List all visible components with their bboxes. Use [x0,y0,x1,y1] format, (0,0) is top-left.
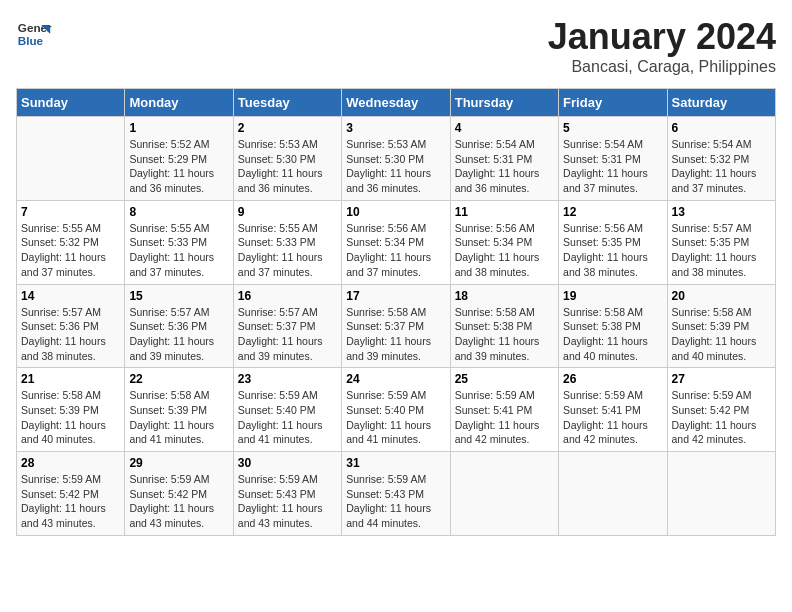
day-number: 1 [129,121,228,135]
calendar-week-2: 7Sunrise: 5:55 AMSunset: 5:32 PMDaylight… [17,200,776,284]
calendar-cell [450,452,558,536]
day-info: Sunrise: 5:54 AMSunset: 5:32 PMDaylight:… [672,137,771,196]
day-number: 23 [238,372,337,386]
calendar-cell: 11Sunrise: 5:56 AMSunset: 5:34 PMDayligh… [450,200,558,284]
day-number: 2 [238,121,337,135]
day-number: 15 [129,289,228,303]
day-info: Sunrise: 5:55 AMSunset: 5:33 PMDaylight:… [238,221,337,280]
day-number: 6 [672,121,771,135]
calendar-cell: 2Sunrise: 5:53 AMSunset: 5:30 PMDaylight… [233,117,341,201]
calendar-cell: 18Sunrise: 5:58 AMSunset: 5:38 PMDayligh… [450,284,558,368]
header-cell-tuesday: Tuesday [233,89,341,117]
day-number: 25 [455,372,554,386]
day-number: 17 [346,289,445,303]
header-cell-wednesday: Wednesday [342,89,450,117]
day-info: Sunrise: 5:59 AMSunset: 5:41 PMDaylight:… [455,388,554,447]
day-number: 22 [129,372,228,386]
header-cell-sunday: Sunday [17,89,125,117]
calendar-cell: 29Sunrise: 5:59 AMSunset: 5:42 PMDayligh… [125,452,233,536]
calendar-cell: 16Sunrise: 5:57 AMSunset: 5:37 PMDayligh… [233,284,341,368]
day-info: Sunrise: 5:54 AMSunset: 5:31 PMDaylight:… [563,137,662,196]
calendar-cell [559,452,667,536]
day-info: Sunrise: 5:58 AMSunset: 5:38 PMDaylight:… [563,305,662,364]
day-number: 11 [455,205,554,219]
day-info: Sunrise: 5:57 AMSunset: 5:37 PMDaylight:… [238,305,337,364]
calendar-cell: 14Sunrise: 5:57 AMSunset: 5:36 PMDayligh… [17,284,125,368]
header-cell-thursday: Thursday [450,89,558,117]
svg-text:Blue: Blue [18,34,44,47]
calendar-cell: 17Sunrise: 5:58 AMSunset: 5:37 PMDayligh… [342,284,450,368]
day-info: Sunrise: 5:59 AMSunset: 5:42 PMDaylight:… [129,472,228,531]
day-number: 13 [672,205,771,219]
day-info: Sunrise: 5:53 AMSunset: 5:30 PMDaylight:… [238,137,337,196]
day-number: 10 [346,205,445,219]
calendar-cell: 24Sunrise: 5:59 AMSunset: 5:40 PMDayligh… [342,368,450,452]
calendar-cell: 20Sunrise: 5:58 AMSunset: 5:39 PMDayligh… [667,284,775,368]
header-cell-monday: Monday [125,89,233,117]
calendar-cell: 13Sunrise: 5:57 AMSunset: 5:35 PMDayligh… [667,200,775,284]
day-info: Sunrise: 5:59 AMSunset: 5:41 PMDaylight:… [563,388,662,447]
calendar-header: SundayMondayTuesdayWednesdayThursdayFrid… [17,89,776,117]
day-number: 31 [346,456,445,470]
day-number: 30 [238,456,337,470]
day-info: Sunrise: 5:59 AMSunset: 5:43 PMDaylight:… [238,472,337,531]
day-info: Sunrise: 5:57 AMSunset: 5:36 PMDaylight:… [21,305,120,364]
day-info: Sunrise: 5:59 AMSunset: 5:42 PMDaylight:… [672,388,771,447]
logo-icon: General Blue [16,16,52,52]
day-number: 5 [563,121,662,135]
title-section: January 2024 Bancasi, Caraga, Philippine… [548,16,776,76]
day-info: Sunrise: 5:56 AMSunset: 5:34 PMDaylight:… [346,221,445,280]
calendar-cell: 4Sunrise: 5:54 AMSunset: 5:31 PMDaylight… [450,117,558,201]
day-number: 20 [672,289,771,303]
day-info: Sunrise: 5:55 AMSunset: 5:32 PMDaylight:… [21,221,120,280]
calendar-cell: 21Sunrise: 5:58 AMSunset: 5:39 PMDayligh… [17,368,125,452]
day-number: 9 [238,205,337,219]
calendar-week-1: 1Sunrise: 5:52 AMSunset: 5:29 PMDaylight… [17,117,776,201]
day-info: Sunrise: 5:55 AMSunset: 5:33 PMDaylight:… [129,221,228,280]
calendar-cell: 8Sunrise: 5:55 AMSunset: 5:33 PMDaylight… [125,200,233,284]
day-info: Sunrise: 5:54 AMSunset: 5:31 PMDaylight:… [455,137,554,196]
calendar-cell: 25Sunrise: 5:59 AMSunset: 5:41 PMDayligh… [450,368,558,452]
day-number: 28 [21,456,120,470]
day-number: 29 [129,456,228,470]
calendar-table: SundayMondayTuesdayWednesdayThursdayFrid… [16,88,776,536]
day-number: 4 [455,121,554,135]
day-info: Sunrise: 5:59 AMSunset: 5:43 PMDaylight:… [346,472,445,531]
day-info: Sunrise: 5:52 AMSunset: 5:29 PMDaylight:… [129,137,228,196]
calendar-cell: 9Sunrise: 5:55 AMSunset: 5:33 PMDaylight… [233,200,341,284]
calendar-body: 1Sunrise: 5:52 AMSunset: 5:29 PMDaylight… [17,117,776,536]
calendar-cell: 5Sunrise: 5:54 AMSunset: 5:31 PMDaylight… [559,117,667,201]
calendar-cell: 12Sunrise: 5:56 AMSunset: 5:35 PMDayligh… [559,200,667,284]
page-subtitle: Bancasi, Caraga, Philippines [548,58,776,76]
calendar-cell: 6Sunrise: 5:54 AMSunset: 5:32 PMDaylight… [667,117,775,201]
calendar-cell: 26Sunrise: 5:59 AMSunset: 5:41 PMDayligh… [559,368,667,452]
calendar-cell: 30Sunrise: 5:59 AMSunset: 5:43 PMDayligh… [233,452,341,536]
calendar-cell: 3Sunrise: 5:53 AMSunset: 5:30 PMDaylight… [342,117,450,201]
day-number: 27 [672,372,771,386]
day-number: 3 [346,121,445,135]
calendar-week-3: 14Sunrise: 5:57 AMSunset: 5:36 PMDayligh… [17,284,776,368]
calendar-cell: 7Sunrise: 5:55 AMSunset: 5:32 PMDaylight… [17,200,125,284]
day-info: Sunrise: 5:58 AMSunset: 5:39 PMDaylight:… [21,388,120,447]
day-info: Sunrise: 5:56 AMSunset: 5:35 PMDaylight:… [563,221,662,280]
header-cell-friday: Friday [559,89,667,117]
calendar-cell: 19Sunrise: 5:58 AMSunset: 5:38 PMDayligh… [559,284,667,368]
calendar-week-5: 28Sunrise: 5:59 AMSunset: 5:42 PMDayligh… [17,452,776,536]
calendar-cell: 31Sunrise: 5:59 AMSunset: 5:43 PMDayligh… [342,452,450,536]
page-header: General Blue January 2024 Bancasi, Carag… [16,16,776,76]
page-title: January 2024 [548,16,776,58]
header-cell-saturday: Saturday [667,89,775,117]
day-number: 19 [563,289,662,303]
day-info: Sunrise: 5:59 AMSunset: 5:40 PMDaylight:… [346,388,445,447]
day-number: 7 [21,205,120,219]
calendar-cell: 22Sunrise: 5:58 AMSunset: 5:39 PMDayligh… [125,368,233,452]
calendar-week-4: 21Sunrise: 5:58 AMSunset: 5:39 PMDayligh… [17,368,776,452]
day-number: 14 [21,289,120,303]
calendar-cell: 10Sunrise: 5:56 AMSunset: 5:34 PMDayligh… [342,200,450,284]
day-number: 18 [455,289,554,303]
day-number: 8 [129,205,228,219]
day-number: 12 [563,205,662,219]
day-info: Sunrise: 5:59 AMSunset: 5:40 PMDaylight:… [238,388,337,447]
calendar-cell [667,452,775,536]
day-info: Sunrise: 5:57 AMSunset: 5:36 PMDaylight:… [129,305,228,364]
